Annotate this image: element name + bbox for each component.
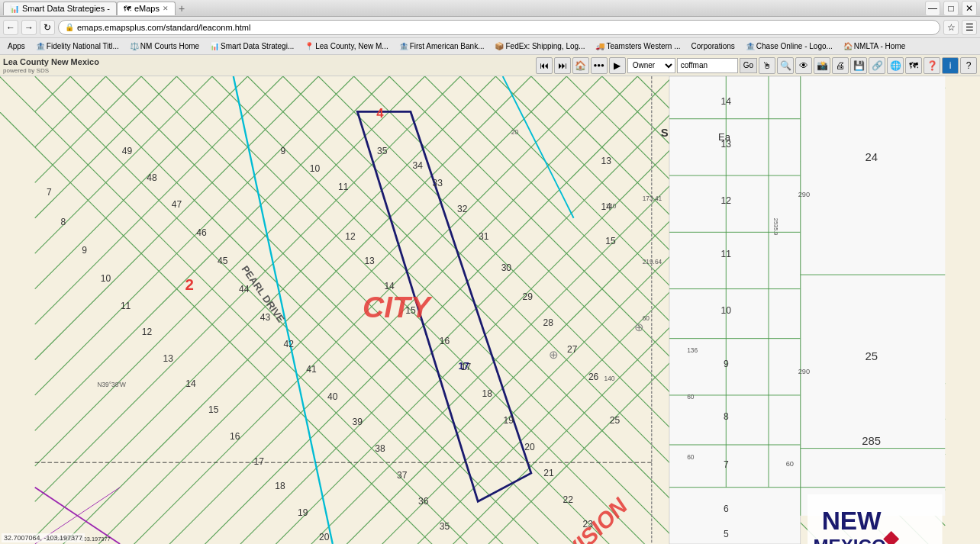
toolbar-prev-button[interactable]: ⏮: [536, 57, 553, 74]
toolbar-eye-button[interactable]: 👁: [795, 57, 812, 74]
bookmark-corporations[interactable]: Corporations: [687, 40, 740, 53]
nav-bar: ← → ↻ 🔒 emaps.emapsplus.com/standard/lea…: [0, 17, 980, 38]
svg-text:9: 9: [280, 146, 285, 156]
toolbar-dot1-button[interactable]: ●●●: [591, 57, 608, 74]
svg-text:25: 25: [865, 350, 878, 362]
svg-text:38: 38: [375, 443, 385, 454]
svg-text:14: 14: [384, 281, 395, 291]
svg-text:60: 60: [687, 453, 695, 461]
svg-text:47: 47: [172, 199, 182, 210]
svg-text:8: 8: [61, 217, 66, 227]
toolbar-print-button[interactable]: 🖨: [832, 57, 849, 74]
svg-text:43: 43: [260, 312, 271, 323]
map-container[interactable]: Lea County New Mexico powered by SDS ⏮ ⏭…: [0, 55, 980, 544]
toolbar-link-button[interactable]: 🔗: [869, 57, 885, 74]
search-type-select[interactable]: Owner Parcel Address: [627, 58, 675, 73]
toolbar-zoom-button[interactable]: 🔍: [777, 57, 794, 74]
back-button[interactable]: ←: [3, 20, 18, 35]
bookmark-smart-data[interactable]: 📊 Smart Data Strategi...: [205, 40, 298, 53]
svg-text:36: 36: [418, 496, 429, 507]
svg-text:40: 40: [327, 391, 338, 402]
bookmark-fidelity[interactable]: 🏦 Fidelity National Titl...: [31, 40, 124, 53]
tab-smart-data[interactable]: 📊 Smart Data Strategies -: [3, 2, 117, 15]
svg-text:19: 19: [503, 415, 514, 426]
browser-frame: 📊 Smart Data Strategies - 🗺 eMaps ✕ + — …: [0, 0, 980, 544]
svg-text:290: 290: [798, 191, 810, 198]
svg-text:NEW: NEW: [822, 507, 882, 535]
settings-button[interactable]: ☰: [962, 20, 977, 35]
svg-text:48: 48: [147, 172, 157, 183]
svg-text:11: 11: [338, 182, 349, 192]
svg-text:41: 41: [306, 364, 317, 375]
svg-text:16: 16: [230, 431, 240, 442]
search-go-button[interactable]: Go: [740, 58, 757, 73]
search-input[interactable]: [677, 58, 738, 73]
bookmark-nmlta[interactable]: 🏠 NMLTA - Home: [839, 40, 910, 53]
maximize-button[interactable]: □: [943, 1, 959, 16]
svg-text:12: 12: [345, 231, 356, 242]
new-tab-button[interactable]: +: [176, 2, 188, 14]
toolbar-question-button[interactable]: ?: [960, 57, 977, 74]
svg-text:35: 35: [440, 521, 450, 532]
svg-text:14: 14: [185, 378, 196, 389]
svg-text:7: 7: [47, 187, 52, 198]
svg-text:46: 46: [196, 227, 207, 238]
toolbar-play-button[interactable]: ▶: [609, 57, 626, 74]
svg-text:9: 9: [724, 359, 729, 369]
svg-text:S: S: [661, 127, 669, 139]
svg-text:⊕: ⊕: [549, 349, 559, 361]
svg-text:15: 15: [208, 404, 219, 415]
bookmark-fedex[interactable]: 📦 FedEx: Shipping, Log...: [490, 40, 589, 53]
bookmark-first-american[interactable]: 🏦 First American Bank...: [395, 40, 489, 53]
svg-text:32: 32: [457, 204, 468, 214]
svg-text:18: 18: [482, 388, 493, 399]
refresh-button[interactable]: ↻: [40, 20, 55, 35]
svg-text:20: 20: [319, 532, 330, 542]
toolbar-save-button[interactable]: 💾: [850, 57, 867, 74]
svg-text:34: 34: [413, 160, 424, 171]
svg-text:21: 21: [543, 468, 554, 478]
url-bar[interactable]: 🔒 emaps.emapsplus.com/standard/leaconm.h…: [58, 20, 940, 35]
bookmark-chase[interactable]: 🏦 Chase Online - Logo...: [741, 40, 837, 53]
map-toolbar: Lea County New Mexico powered by SDS ⏮ ⏭…: [0, 55, 980, 76]
tab-close-icon[interactable]: ✕: [163, 5, 169, 12]
tab-emaps[interactable]: 🗺 eMaps ✕: [117, 2, 176, 15]
lock-icon: 🔒: [65, 23, 74, 31]
svg-text:13: 13: [601, 156, 612, 166]
svg-text:60: 60: [687, 393, 695, 401]
toolbar-next-button[interactable]: ⏭: [554, 57, 571, 74]
svg-text:24: 24: [865, 151, 878, 163]
svg-text:173.41: 173.41: [643, 195, 662, 202]
toolbar-camera-button[interactable]: 📸: [814, 57, 830, 74]
toolbar-map-button[interactable]: 🗺: [905, 57, 922, 74]
bookmark-nm-courts[interactable]: ⚖️ NM Courts Home: [125, 40, 204, 53]
toolbar-cursor-button[interactable]: 🖱: [759, 57, 775, 74]
toolbar-globe-button[interactable]: 🌐: [887, 57, 904, 74]
close-button[interactable]: ✕: [962, 1, 977, 16]
svg-text:27: 27: [567, 344, 578, 355]
svg-text:17: 17: [458, 360, 469, 372]
bookmark-lea-county[interactable]: 📍 Lea County, New M...: [300, 40, 392, 53]
svg-text:5: 5: [724, 529, 729, 539]
svg-text:Ea: Ea: [718, 131, 731, 143]
map-logo: Lea County New Mexico powered by SDS: [3, 56, 99, 74]
svg-text:12: 12: [721, 195, 732, 206]
svg-text:2: 2: [185, 276, 194, 293]
toolbar-info-button[interactable]: i: [942, 57, 959, 74]
map-canvas[interactable]: 49 48 47 46 45 44 43 42 41 40 39 38 37 3…: [0, 76, 980, 544]
bookmark-teamsters[interactable]: 🚚 Teamsters Western ...: [591, 40, 685, 53]
svg-text:7: 7: [724, 459, 729, 470]
search-group: ⏮ ⏭ 🏠 ●●● ▶ Owner Parcel Address Go 🖱 🔍 …: [536, 57, 977, 74]
bookmark-star-button[interactable]: ☆: [943, 20, 959, 35]
bookmark-apps[interactable]: Apps: [3, 40, 30, 53]
svg-text:12: 12: [142, 327, 153, 337]
forward-button[interactable]: →: [21, 20, 37, 35]
svg-text:136: 136: [687, 346, 698, 354]
toolbar-help-button[interactable]: ❓: [924, 57, 940, 74]
minimize-button[interactable]: —: [925, 1, 940, 16]
url-text: emaps.emapsplus.com/standard/leaconm.htm…: [77, 23, 250, 32]
svg-text:N39°38'W: N39°38'W: [97, 381, 126, 388]
toolbar-home-button[interactable]: 🏠: [572, 57, 589, 74]
svg-text:17: 17: [254, 456, 265, 467]
svg-text:8: 8: [724, 411, 729, 422]
